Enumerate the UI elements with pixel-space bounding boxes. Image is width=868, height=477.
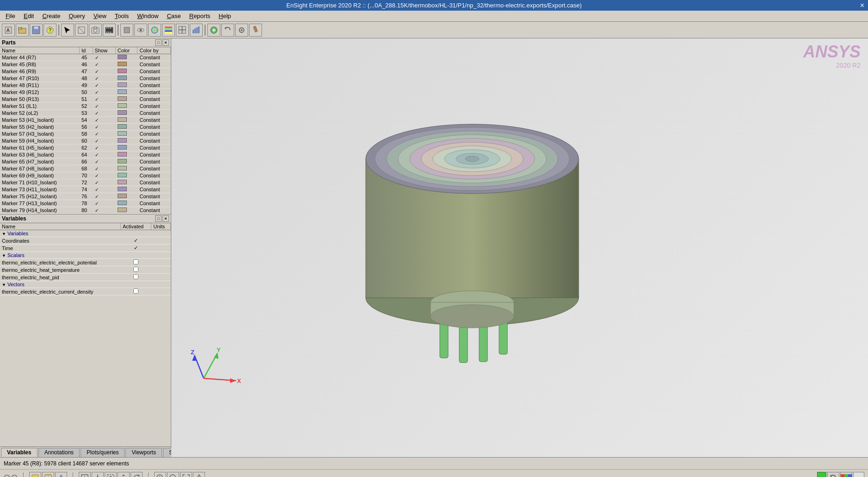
var-heat-temp-cb[interactable]: [120, 266, 151, 274]
tab-variables[interactable]: Variables: [1, 448, 37, 457]
parts-table-scroll[interactable]: Name Id Show Color Color by Marker 44 (R…: [0, 47, 171, 214]
radio-btn-2[interactable]: [11, 475, 18, 477]
table-row[interactable]: Marker 77 (H13_Isolant) 78 ✓ Constant: [0, 200, 171, 207]
table-row[interactable]: Marker 63 (H6_Isolant) 64 ✓ Constant: [0, 151, 171, 158]
menu-case[interactable]: Case: [163, 12, 184, 20]
menu-query[interactable]: Query: [65, 12, 88, 20]
btn-undo-right[interactable]: [827, 472, 839, 477]
btn-color-white[interactable]: [853, 472, 864, 477]
radio-btn-1[interactable]: [4, 475, 10, 477]
var-coordinates-activated[interactable]: ✓: [120, 237, 151, 245]
3d-model: [310, 75, 634, 377]
vectors-collapse-arrow[interactable]: ▼: [2, 282, 6, 287]
toolbar-btn-rotate[interactable]: [75, 24, 88, 37]
toolbar-btn-camera[interactable]: [89, 24, 102, 37]
table-row[interactable]: Marker 44 (R7) 45 ✓ Constant: [0, 54, 171, 61]
toolbar-btn-pen[interactable]: [249, 24, 262, 37]
part-color: [115, 144, 137, 151]
btn-pick-point[interactable]: [92, 472, 104, 477]
menu-reports[interactable]: Reports: [186, 12, 214, 20]
toolbar-btn-film[interactable]: [103, 24, 116, 37]
table-row[interactable]: Marker 69 (H9_Isolant) 70 ✓ Constant: [0, 172, 171, 179]
toolbar-btn-settings[interactable]: [235, 24, 248, 37]
viewport[interactable]: ANSYS 2020 R2: [171, 38, 868, 457]
tab-plots-queries[interactable]: Plots/queries: [81, 448, 125, 457]
table-row[interactable]: Marker 59 (H4_Isolant) 60 ✓ Constant: [0, 138, 171, 144]
var-heat-pid-checkbox[interactable]: [133, 274, 138, 279]
toolbar-btn-grid[interactable]: [176, 24, 189, 37]
toolbar-btn-eye[interactable]: [134, 24, 147, 37]
variables-close-btn[interactable]: ×: [162, 215, 169, 222]
variables-minimize-btn[interactable]: □: [155, 215, 162, 222]
btn-fit-all[interactable]: [79, 472, 91, 477]
btn-color-rgbw[interactable]: [840, 472, 852, 477]
var-time-activated[interactable]: ✓: [120, 245, 151, 252]
table-row[interactable]: Marker 49 (R12) 50 ✓ Constant: [0, 89, 171, 96]
toolbar-btn-open[interactable]: [16, 24, 29, 37]
btn-color-green[interactable]: [817, 472, 826, 477]
menu-help[interactable]: Help: [215, 12, 235, 20]
table-row[interactable]: Marker 45 (R8) 46 ✓ Constant: [0, 61, 171, 68]
toolbar-btn-new[interactable]: A: [2, 24, 15, 37]
toolbar-btn-palette[interactable]: [162, 24, 175, 37]
toolbar-btn-chart[interactable]: [190, 24, 203, 37]
var-electric-potential-checkbox[interactable]: [133, 259, 138, 264]
var-current-density-checkbox[interactable]: [133, 289, 138, 294]
menu-window[interactable]: Window: [133, 12, 162, 20]
toolbar-btn-stop[interactable]: [120, 24, 133, 37]
menu-edit[interactable]: Edit: [20, 12, 37, 20]
table-row[interactable]: Marker 48 (R11) 49 ✓ Constant: [0, 82, 171, 89]
scalars-collapse-arrow[interactable]: ▼: [2, 253, 6, 258]
menu-create[interactable]: Create: [38, 12, 64, 20]
table-row[interactable]: Marker 46 (R9) 47 ✓ Constant: [0, 68, 171, 75]
table-row[interactable]: Marker 75 (H12_Isolant) 76 ✓ Constant: [0, 193, 171, 200]
btn-rotate[interactable]: [131, 472, 143, 477]
part-colorby: Constant: [137, 68, 171, 75]
part-colorby: Constant: [137, 54, 171, 61]
btn-fit[interactable]: [180, 472, 192, 477]
menu-view[interactable]: View: [90, 12, 110, 20]
var-current-density-cb[interactable]: [120, 288, 151, 295]
btn-zoom-in[interactable]: [154, 472, 166, 477]
table-row[interactable]: Marker 57 (H3_Isolant) 58 ✓ Constant: [0, 131, 171, 138]
var-heat-pid-cb[interactable]: [120, 274, 151, 281]
table-row[interactable]: Marker 52 (oL2) 53 ✓ Constant: [0, 110, 171, 117]
menu-file[interactable]: File: [2, 12, 19, 20]
btn-wire-render[interactable]: [42, 472, 54, 477]
table-row[interactable]: Marker 71 (H10_Isolant) 72 ✓ Constant: [0, 179, 171, 186]
toolbar-btn-undo[interactable]: [221, 24, 234, 37]
table-row[interactable]: Marker 79 (H14_Isolant) 80 ✓ Constant: [0, 207, 171, 214]
part-colorby: Constant: [137, 117, 171, 124]
toolbar-btn-color[interactable]: [148, 24, 161, 37]
parts-minimize-btn[interactable]: □: [155, 39, 162, 46]
table-row[interactable]: Marker 50 (R13) 51 ✓ Constant: [0, 96, 171, 103]
tab-viewports[interactable]: Viewports: [125, 448, 162, 457]
toolbar-btn-save[interactable]: [30, 24, 43, 37]
btn-solid-render[interactable]: [29, 472, 41, 477]
btn-pan[interactable]: [118, 472, 130, 477]
btn-view-orient[interactable]: [193, 472, 205, 477]
table-row[interactable]: Marker 55 (H2_Isolant) 56 ✓ Constant: [0, 124, 171, 131]
table-row[interactable]: Marker 47 (R10) 48 ✓ Constant: [0, 75, 171, 82]
var-heat-temp-checkbox[interactable]: [133, 267, 138, 272]
btn-zoom-box[interactable]: [105, 472, 117, 477]
variables-collapse-arrow[interactable]: ▼: [2, 232, 6, 236]
tab-annotations[interactable]: Annotations: [38, 448, 80, 457]
toolbar-btn-help[interactable]: ?: [44, 24, 56, 37]
toolbar-btn-select[interactable]: [61, 24, 74, 37]
table-row[interactable]: Marker 61 (H5_Isolant) 62 ✓ Constant: [0, 144, 171, 151]
part-show: ✓: [93, 144, 115, 151]
toolbar-btn-add[interactable]: +: [207, 24, 220, 37]
table-row[interactable]: Marker 53 (H1_Isolant) 54 ✓ Constant: [0, 117, 171, 124]
btn-zoom-out[interactable]: [167, 472, 179, 477]
table-row[interactable]: Marker 67 (H8_Isolant) 68 ✓ Constant: [0, 165, 171, 172]
parts-close-btn[interactable]: ×: [162, 39, 169, 46]
close-button[interactable]: ×: [860, 1, 864, 10]
btn-feature-render[interactable]: [55, 472, 67, 477]
var-electric-potential-label: thermo_electric_electric_electric_potent…: [0, 259, 120, 266]
menu-tools[interactable]: Tools: [111, 12, 132, 20]
table-row[interactable]: Marker 73 (H11_Isolant) 74 ✓ Constant: [0, 186, 171, 193]
var-electric-potential-cb[interactable]: [120, 259, 151, 266]
table-row[interactable]: Marker 51 (IL1) 52 ✓ Constant: [0, 103, 171, 110]
table-row[interactable]: Marker 65 (H7_Isolant) 66 ✓ Constant: [0, 158, 171, 165]
